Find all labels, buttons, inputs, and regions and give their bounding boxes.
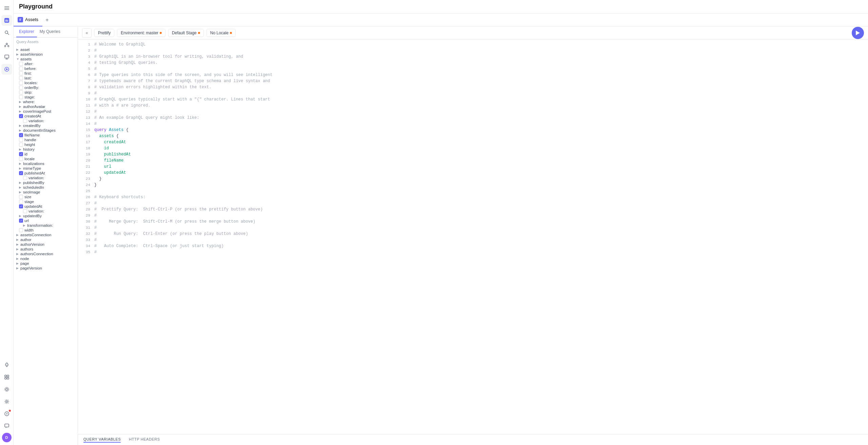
tree-item-publishedby[interactable]: ▶ publishedBy xyxy=(14,180,78,185)
tree-item-url[interactable]: ✓ url xyxy=(14,218,78,223)
tree-item-orderby[interactable]: orderBy: xyxy=(14,85,78,90)
tree-item-handle[interactable]: handle xyxy=(14,137,78,142)
tree-item-after[interactable]: after: xyxy=(14,61,78,66)
tree-item-where[interactable]: ▶ where: xyxy=(14,99,78,104)
tree-item-updatedat[interactable]: ✓ updatedAt xyxy=(14,204,78,209)
tree-item-pageversion[interactable]: ▶ pageVersion xyxy=(14,266,78,271)
tree-item-stage-field[interactable]: stage xyxy=(14,199,78,204)
tree-item-authorversion[interactable]: ▶ authorVersion xyxy=(14,242,78,247)
locale-checkbox[interactable] xyxy=(19,157,23,161)
tree-item-stage[interactable]: stage: xyxy=(14,95,78,99)
after-checkbox[interactable] xyxy=(19,62,23,66)
prettify-button[interactable]: Prettify xyxy=(94,29,114,37)
environment-button[interactable]: Environment: master xyxy=(117,29,165,37)
handle-checkbox[interactable] xyxy=(19,138,23,142)
settings-button[interactable] xyxy=(1,396,12,407)
run-button[interactable] xyxy=(852,27,864,39)
assets-tab[interactable]: Assets xyxy=(14,14,42,26)
menu-button[interactable] xyxy=(1,3,12,14)
collapse-button[interactable]: « xyxy=(82,28,92,38)
tree-item-asset[interactable]: ▶ asset xyxy=(14,47,78,52)
tree-item-size[interactable]: size xyxy=(14,194,78,199)
tree-item-documentinstages[interactable]: ▶ documentInStages xyxy=(14,128,78,133)
tree-item-authors[interactable]: ▶ authors xyxy=(14,247,78,252)
locales-checkbox[interactable] xyxy=(19,81,23,85)
updatedat-checkbox[interactable]: ✓ xyxy=(19,204,23,208)
playground-button[interactable] xyxy=(1,64,12,75)
width-checkbox[interactable] xyxy=(19,228,23,232)
no-locale-button[interactable]: No Locale xyxy=(206,29,236,37)
expand-arrow: ▶ xyxy=(19,148,23,151)
tree-item-variation-2[interactable]: variation: xyxy=(14,175,78,180)
tree-item-skip[interactable]: skip: xyxy=(14,90,78,95)
bell-button[interactable] xyxy=(1,359,12,370)
url-checkbox[interactable]: ✓ xyxy=(19,219,23,223)
id-checkbox[interactable]: ✓ xyxy=(19,152,23,156)
http-headers-tab[interactable]: HTTP HEADERS xyxy=(129,437,160,443)
tree-item-id[interactable]: ✓ id xyxy=(14,152,78,156)
integrations-button[interactable] xyxy=(1,384,12,395)
expand-arrow: ▶ xyxy=(19,110,23,113)
edit-button[interactable] xyxy=(1,52,12,62)
tree-item-locales[interactable]: locales: xyxy=(14,80,78,85)
tree-item-variation-3[interactable]: variation: xyxy=(14,209,78,214)
tree-item-node[interactable]: ▶ node xyxy=(14,256,78,261)
tree-item-last[interactable]: last: xyxy=(14,76,78,80)
default-stage-button[interactable]: Default Stage xyxy=(168,29,204,37)
schema-button[interactable] xyxy=(1,39,12,50)
tab-bar: Assets + xyxy=(14,14,868,26)
tree-item-author[interactable]: ▶ author xyxy=(14,237,78,242)
last-checkbox[interactable] xyxy=(19,76,23,80)
add-tab-button[interactable]: + xyxy=(42,15,52,25)
height-checkbox[interactable] xyxy=(19,143,23,147)
tree-item-assets[interactable]: ▼ assets xyxy=(14,57,78,61)
tree-item-localizations[interactable]: ▶ localizations xyxy=(14,161,78,166)
tree-item-seoimage[interactable]: ▶ seoImage xyxy=(14,190,78,194)
search-button[interactable] xyxy=(1,27,12,38)
explorer-tab[interactable]: Explorer xyxy=(16,26,37,37)
tree-item-mimetype[interactable]: ▶ mimeType xyxy=(14,166,78,171)
tree-item-variation-1[interactable]: variation: xyxy=(14,118,78,123)
query-variables-tab[interactable]: QUERY VARIABLES xyxy=(83,437,121,443)
tree-item-authorsconnection[interactable]: ▶ authorsConnection xyxy=(14,252,78,256)
filename-checkbox[interactable]: ✓ xyxy=(19,133,23,137)
tree-item-createdat[interactable]: ✓ createdAt xyxy=(14,114,78,118)
stage-checkbox[interactable] xyxy=(19,95,23,99)
tree-item-history[interactable]: ▶ history xyxy=(14,147,78,152)
createdat-checkbox[interactable]: ✓ xyxy=(19,114,23,118)
tree-item-locale[interactable]: locale xyxy=(14,156,78,161)
tree-item-createdby[interactable]: ▶ createdBy xyxy=(14,123,78,128)
first-checkbox[interactable] xyxy=(19,71,23,75)
skip-checkbox[interactable] xyxy=(19,90,23,94)
variation1-checkbox[interactable] xyxy=(23,119,27,123)
apps-button[interactable] xyxy=(1,372,12,383)
orderby-checkbox[interactable] xyxy=(19,86,23,90)
code-editor[interactable]: 1 # Welcome to GraphiQL 2 # 3 # GraphiQL… xyxy=(78,39,868,434)
tree-item-width[interactable]: width xyxy=(14,228,78,233)
variation3-checkbox[interactable] xyxy=(23,209,27,213)
before-checkbox[interactable] xyxy=(19,67,23,71)
tree-item-before[interactable]: before: xyxy=(14,66,78,71)
variation2-checkbox[interactable] xyxy=(23,176,27,180)
tree-item-transformation[interactable]: ▶ transformation: xyxy=(14,223,78,228)
tree-item-updatedby[interactable]: ▶ updatedBy xyxy=(14,214,78,218)
chat-button[interactable] xyxy=(1,421,12,431)
tree-item-coverimagepost[interactable]: ▶ coverImagePost xyxy=(14,109,78,114)
tree-item-authoravatar[interactable]: ▶ authorAvatar xyxy=(14,104,78,109)
tree-item-filename[interactable]: ✓ fileName xyxy=(14,133,78,137)
home-button[interactable]: BI xyxy=(1,15,12,26)
help-button[interactable]: ? xyxy=(1,408,12,419)
my-queries-tab[interactable]: My Queries xyxy=(37,26,63,37)
expand-arrow: ▶ xyxy=(16,262,20,265)
tree-item-page[interactable]: ▶ page xyxy=(14,261,78,266)
tree-item-height[interactable]: height xyxy=(14,142,78,147)
tree-item-assetsconnection[interactable]: ▶ assetsConnection xyxy=(14,233,78,237)
publishedat-checkbox[interactable]: ✓ xyxy=(19,171,23,175)
tree-item-publishedat[interactable]: ✓ publishedAt xyxy=(14,171,78,175)
tree-item-first[interactable]: first: xyxy=(14,71,78,76)
tree-item-assetversion[interactable]: ▶ assetVersion xyxy=(14,52,78,57)
tree-item-scheduledin[interactable]: ▶ scheduledIn xyxy=(14,185,78,190)
stage-field-checkbox[interactable] xyxy=(19,200,23,204)
size-checkbox[interactable] xyxy=(19,195,23,199)
user-avatar[interactable]: D xyxy=(2,433,12,442)
